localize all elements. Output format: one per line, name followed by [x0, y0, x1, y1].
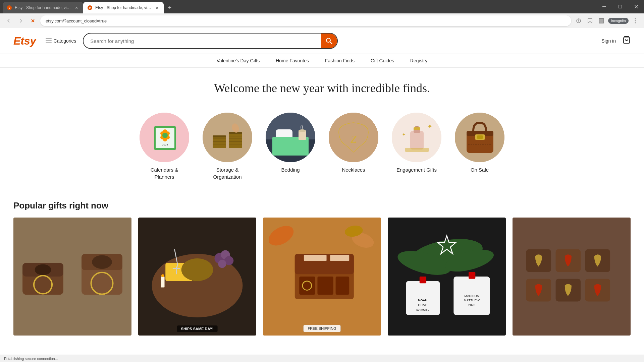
- svg-rect-20: [46, 41, 52, 41]
- svg-rect-110: [420, 277, 426, 283]
- status-bar: Establishing secure connection...: [0, 355, 644, 362]
- category-circle-necklaces: Z: [329, 113, 378, 162]
- tab-title-2: Etsy - Shop for handmade, vint...: [95, 5, 152, 10]
- svg-rect-54: [299, 131, 306, 140]
- svg-rect-97: [299, 277, 315, 295]
- site-header: Etsy Categories Sign in: [0, 28, 644, 54]
- category-circle-bedding: [266, 113, 315, 162]
- browser-nav-bar: Incognito: [0, 13, 644, 28]
- svg-text:MATTHEW: MATTHEW: [464, 298, 480, 302]
- back-button[interactable]: [4, 16, 13, 25]
- category-label-calendars: Calendars & Planners: [141, 166, 188, 180]
- svg-rect-38: [213, 136, 226, 148]
- svg-rect-59: [410, 131, 424, 149]
- popular-section: Popular gifts right now: [0, 194, 644, 349]
- category-bedding[interactable]: Bedding: [266, 113, 315, 180]
- svg-rect-102: [330, 255, 349, 261]
- nav-fashion[interactable]: Fashion Finds: [325, 58, 355, 63]
- svg-marker-13: [588, 18, 592, 23]
- profile-button[interactable]: [597, 16, 606, 25]
- product-card-3[interactable]: FREE SHIPPING: [263, 218, 381, 336]
- search-form: [83, 33, 338, 49]
- search-button[interactable]: [321, 34, 337, 48]
- bookmark-button[interactable]: [585, 16, 595, 25]
- category-engagement[interactable]: ✦ ✦ Engagement Gifts: [392, 113, 441, 180]
- svg-rect-4: [602, 6, 606, 7]
- minimize-button[interactable]: [596, 0, 612, 13]
- tab-title-1: Etsy - Shop for handmade, vint...: [15, 5, 71, 10]
- signin-link[interactable]: Sign in: [601, 38, 616, 44]
- address-bar[interactable]: [40, 15, 571, 26]
- tab-favicon-2: e: [87, 5, 93, 10]
- reload-button[interactable]: [28, 16, 38, 25]
- svg-rect-99: [336, 277, 350, 295]
- category-label-storage: Storage & Organization: [204, 166, 251, 180]
- browser-chrome: e Etsy - Shop for handmade, vint... ✕ e …: [0, 0, 644, 28]
- browser-tab-2[interactable]: e Etsy - Shop for handmade, vint... ✕: [83, 2, 164, 13]
- header-actions: Sign in: [601, 36, 631, 46]
- svg-rect-21: [46, 43, 52, 43]
- product-card-5[interactable]: [513, 218, 631, 336]
- svg-rect-98: [317, 277, 333, 295]
- svg-point-16: [635, 18, 636, 19]
- category-calendars[interactable]: 2024 Calendars & Planners: [140, 113, 189, 180]
- product-image-5: [513, 218, 631, 336]
- tab-close-1[interactable]: ✕: [74, 5, 79, 10]
- search-icon: [326, 38, 332, 44]
- svg-text:OLIVE: OLIVE: [418, 303, 427, 307]
- product-card-4[interactable]: NOAH OLIVE SAMUEL MADISON MATTHEW 2023: [388, 218, 506, 336]
- browser-nav-actions: Incognito: [574, 16, 640, 25]
- page-content: Etsy Categories Sign in Valentine's Day …: [0, 28, 644, 362]
- product-card-1[interactable]: [13, 218, 131, 336]
- svg-rect-62: [414, 127, 420, 130]
- svg-text:e: e: [89, 6, 91, 9]
- browser-tab-1[interactable]: e Etsy - Shop for handmade, vint... ✕: [3, 2, 83, 13]
- categories-button[interactable]: Categories: [46, 38, 76, 44]
- popular-section-title: Popular gifts right now: [13, 200, 631, 211]
- svg-point-88: [218, 260, 226, 268]
- hero-title: Welcome the new year with incredible fin…: [7, 81, 637, 95]
- svg-text:2023: 2023: [468, 303, 475, 307]
- product-badge-3: FREE SHIPPING: [304, 325, 341, 332]
- cart-icon[interactable]: [623, 36, 631, 46]
- categories-row: 2024 Calendars & Planners: [0, 113, 644, 194]
- svg-point-18: [635, 22, 636, 23]
- category-necklaces[interactable]: Z Necklaces: [329, 113, 378, 180]
- svg-rect-37: [203, 113, 252, 162]
- tab-close-2[interactable]: ✕: [154, 5, 160, 10]
- svg-text:MADISON: MADISON: [464, 294, 479, 298]
- nav-valentines[interactable]: Valentine's Day Gifts: [217, 58, 260, 63]
- svg-rect-5: [619, 5, 622, 8]
- svg-text:2024: 2024: [162, 143, 168, 146]
- extension-button[interactable]: [574, 16, 583, 25]
- search-input[interactable]: [84, 35, 321, 47]
- site-logo[interactable]: Etsy: [13, 35, 36, 47]
- nav-gifts[interactable]: Gift Guides: [371, 58, 394, 63]
- hamburger-icon: [46, 39, 52, 43]
- hero-section: Welcome the new year with incredible fin…: [0, 68, 644, 113]
- close-button[interactable]: [629, 0, 644, 13]
- browser-tab-bar: e Etsy - Shop for handmade, vint... ✕ e …: [0, 0, 644, 13]
- category-circle-engagement: ✦ ✦: [392, 113, 441, 162]
- nav-home[interactable]: Home Favorites: [276, 58, 309, 63]
- category-label-necklaces: Necklaces: [342, 166, 365, 173]
- category-circle-onsale: [455, 113, 504, 162]
- status-text: Establishing secure connection...: [4, 357, 58, 361]
- category-storage[interactable]: Storage & Organization: [203, 113, 252, 180]
- product-image-3: FREE SHIPPING: [263, 218, 381, 336]
- svg-rect-70: [477, 135, 483, 139]
- category-label-bedding: Bedding: [281, 166, 300, 173]
- incognito-badge[interactable]: Incognito: [608, 18, 629, 24]
- nav-registry[interactable]: Registry: [410, 58, 427, 63]
- product-image-4: NOAH OLIVE SAMUEL MADISON MATTHEW 2023: [388, 218, 506, 336]
- product-card-2[interactable]: SHIPS SAME DAY!: [138, 218, 256, 336]
- new-tab-button[interactable]: +: [165, 3, 174, 12]
- category-onsale[interactable]: On Sale: [455, 113, 504, 180]
- svg-point-90: [161, 274, 164, 277]
- maximize-button[interactable]: [612, 0, 628, 13]
- forward-button[interactable]: [16, 16, 25, 25]
- product-badge-2: SHIPS SAME DAY!: [177, 325, 218, 332]
- product-image-1: [13, 218, 131, 336]
- categories-label: Categories: [54, 38, 76, 44]
- menu-button[interactable]: [631, 16, 640, 25]
